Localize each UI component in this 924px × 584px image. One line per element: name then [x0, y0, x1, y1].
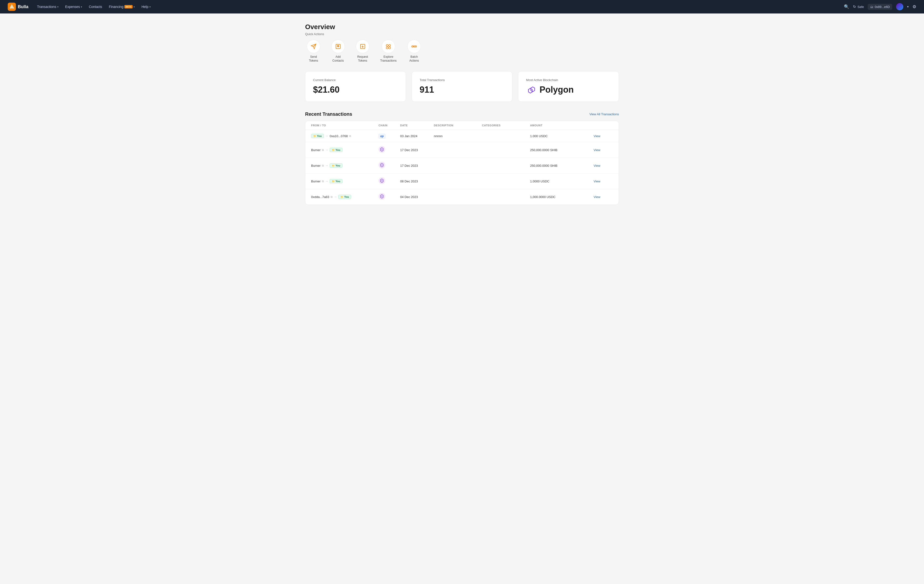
cell-date: 17 Dec 2023 — [400, 164, 434, 167]
svg-point-14 — [412, 46, 413, 47]
cell-view[interactable]: View — [594, 180, 613, 183]
cell-view[interactable]: View — [594, 195, 613, 199]
batch-actions-icon — [411, 44, 417, 49]
svg-point-16 — [415, 46, 416, 47]
folder-icon: 📁 — [332, 164, 335, 167]
arrow-icon: → — [325, 180, 328, 183]
cell-from-to: Burner ⧉ → 📁You — [311, 163, 378, 168]
add-contacts-icon — [335, 44, 341, 49]
brand[interactable]: Bulla — [8, 3, 28, 11]
total-transactions-label: Total Transactions — [420, 78, 505, 82]
nav-transactions[interactable]: Transactions ▾ — [34, 3, 61, 11]
cell-chain: op — [378, 134, 400, 138]
nav-expenses[interactable]: Expenses ▾ — [62, 3, 85, 11]
settings-icon[interactable]: ⚙ — [912, 4, 916, 9]
view-all-transactions-link[interactable]: View All Transactions — [589, 112, 619, 116]
header-amount: AMOUNT — [530, 124, 594, 127]
svg-point-15 — [413, 46, 415, 47]
table-row: Burner ⧉ → 📁You 17 Dec 2023 250,000.0000… — [305, 142, 619, 158]
send-icon — [311, 44, 317, 49]
you-badge: 📁You — [330, 179, 342, 183]
beta-badge: BETA — [124, 5, 133, 8]
cell-amount: 1,000.0000 USDC — [530, 195, 594, 199]
cell-view[interactable]: View — [594, 134, 613, 138]
safe-indicator[interactable]: ↻ Safe — [853, 5, 864, 9]
explore-transactions-label: ExploreTransactions — [380, 55, 396, 63]
wallet-icon: 🗂 — [870, 5, 873, 9]
cell-view[interactable]: View — [594, 164, 613, 167]
folder-icon: 📁 — [340, 196, 343, 198]
cell-amount: 1.0000 USDC — [530, 180, 594, 183]
chevron-down-icon: ▾ — [134, 5, 135, 8]
avatar[interactable] — [896, 3, 903, 10]
nav-financing[interactable]: Financing BETA ▾ — [106, 3, 138, 11]
request-tokens-icon — [360, 44, 366, 49]
quick-action-batch-actions[interactable]: BatchActions — [406, 40, 422, 63]
batch-actions-label: BatchActions — [409, 55, 419, 63]
polygon-icon — [526, 85, 536, 94]
chevron-down-icon: ▾ — [149, 5, 151, 8]
cell-from-to: 0xdda...7a83 ⧉ → 📁You — [311, 195, 378, 199]
nav-contacts[interactable]: Contacts — [86, 3, 105, 11]
header-action — [594, 124, 613, 127]
op-chain-badge: op — [378, 134, 386, 139]
batch-actions-icon-wrap — [408, 40, 421, 53]
request-tokens-icon-wrap — [356, 40, 370, 53]
svg-point-11 — [389, 45, 391, 46]
quick-action-request-tokens[interactable]: RequestTokens — [354, 40, 371, 63]
brand-logo — [8, 3, 16, 11]
folder-icon: 📁 — [332, 149, 335, 151]
table-header: FROM / TO CHAIN DATE DESCRIPTION CATEGOR… — [305, 121, 619, 130]
add-contacts-label: AddContacts — [332, 55, 343, 63]
svg-point-13 — [389, 47, 391, 49]
cell-date: 03 Jan 2024 — [400, 134, 434, 138]
nav-help[interactable]: Help ▾ — [139, 3, 153, 11]
cell-chain — [378, 193, 400, 201]
copy-icon[interactable]: ⧉ — [322, 148, 324, 152]
arrow-icon: → — [325, 134, 328, 138]
header-chain: CHAIN — [378, 124, 400, 127]
current-balance-label: Current Balance — [313, 78, 398, 82]
quick-action-add-contacts[interactable]: AddContacts — [330, 40, 346, 63]
bulla-logo-icon — [9, 4, 14, 9]
stats-row: Current Balance $21.60 Total Transaction… — [305, 71, 619, 102]
cell-amount: 1.000 USDC — [530, 134, 594, 138]
from-text: Burner — [311, 164, 320, 167]
quick-action-send-tokens[interactable]: SendTokens — [305, 40, 322, 63]
cell-view[interactable]: View — [594, 148, 613, 152]
copy-icon[interactable]: ⧉ — [331, 195, 333, 198]
total-transactions-value: 911 — [420, 85, 505, 95]
quick-action-explore-transactions[interactable]: ExploreTransactions — [379, 40, 398, 63]
header-date: DATE — [400, 124, 434, 127]
cell-chain — [378, 146, 400, 154]
brand-name: Bulla — [18, 4, 28, 9]
table-row: 📁You → 0xa10...0768 ⧉ op 03 Jan 2024 nnn… — [305, 130, 619, 142]
table-row: 0xdda...7a83 ⧉ → 📁You 04 Dec 2023 1,000.… — [305, 189, 619, 205]
most-active-blockchain-label: Most Active Blockchain — [526, 78, 611, 82]
copy-icon[interactable]: ⧉ — [322, 180, 324, 183]
section-title: Recent Transactions — [305, 111, 352, 117]
polygon-chain-icon — [378, 162, 385, 168]
arrow-icon: → — [334, 195, 337, 198]
main-content: Overview Quick Actions SendTokens — [294, 13, 630, 214]
header-categories: CATEGORIES — [482, 124, 530, 127]
transactions-table: FROM / TO CHAIN DATE DESCRIPTION CATEGOR… — [305, 121, 619, 205]
current-balance-value: $21.60 — [313, 85, 398, 95]
copy-icon[interactable]: ⧉ — [322, 164, 324, 167]
most-active-blockchain-value: Polygon — [540, 85, 574, 95]
cell-chain — [378, 177, 400, 185]
arrow-icon: → — [325, 164, 328, 167]
cell-amount: 250,000.0000 SHIB — [530, 164, 594, 167]
current-balance-card: Current Balance $21.60 — [305, 71, 406, 102]
you-badge: 📁You — [338, 195, 351, 199]
copy-icon[interactable]: ⧉ — [349, 135, 351, 138]
from-text: Burner — [311, 180, 320, 183]
search-icon[interactable]: 🔍 — [844, 4, 849, 9]
you-badge: 📁You — [330, 148, 342, 152]
chevron-down-icon[interactable]: ▾ — [907, 5, 909, 8]
navbar: Bulla Transactions ▾ Expenses ▾ Contacts… — [0, 0, 924, 13]
svg-point-10 — [386, 45, 388, 46]
wallet-address[interactable]: 🗂 0x89...e6D — [868, 4, 892, 10]
add-contacts-icon-wrap — [331, 40, 345, 53]
refresh-icon: ↻ — [853, 5, 856, 9]
